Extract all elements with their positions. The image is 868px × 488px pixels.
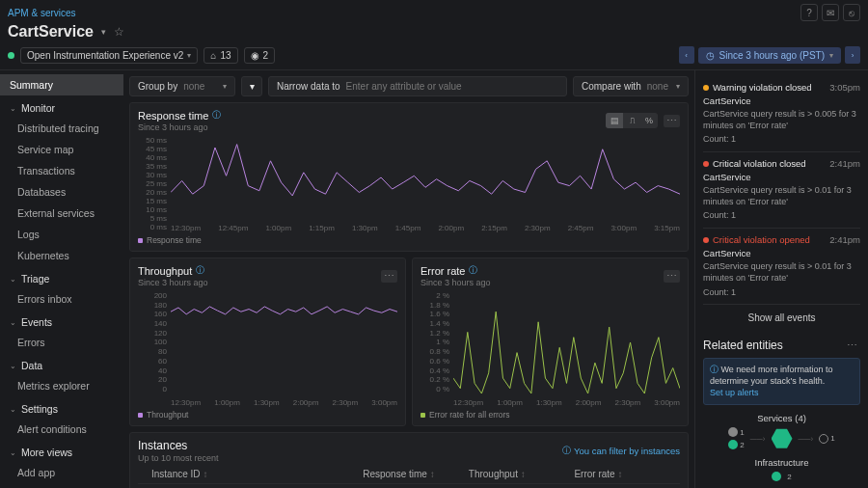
health-info-box: ⓘ We need more information to determine … — [703, 358, 860, 405]
tag-icon: ⌂ — [210, 50, 216, 61]
tags-pill[interactable]: ⌂13 — [203, 47, 237, 64]
workload-icon: ◉ — [251, 50, 259, 61]
event-item[interactable]: Critical violation closed2:41pmCartServi… — [703, 152, 860, 229]
filter-icon: ▾ — [250, 81, 255, 92]
sidebar-item-datalyzer[interactable]: Datalyzer — [0, 483, 123, 488]
info-icon[interactable]: ⓘ — [469, 264, 477, 277]
sidebar-header-data[interactable]: ⌄Data — [0, 353, 123, 375]
sidebar: Summary ⌄Monitor Distributed tracingServ… — [0, 70, 123, 488]
related-entities-title: Related entities ⋯ — [703, 331, 860, 358]
throughput-chart: Throughputⓘ Since 3 hours ago ⋯ 20018016… — [129, 258, 406, 426]
favorite-icon[interactable]: ☆ — [114, 25, 124, 39]
sidebar-item-databases[interactable]: Databases — [0, 181, 123, 203]
title-dropdown-icon[interactable]: ▾ — [101, 27, 106, 37]
bar-mode-icon: ⎍ — [623, 113, 640, 128]
sidebar-item-service-map[interactable]: Service map — [0, 139, 123, 160]
table-header: Instance ID ↕ Response time ↕ Throughput… — [138, 463, 680, 484]
sidebar-header-settings[interactable]: ⌄Settings — [0, 396, 123, 419]
info-icon[interactable]: ⓘ — [196, 264, 204, 277]
time-fwd-button[interactable]: › — [845, 46, 860, 64]
error-rate-chart: Error rateⓘ Since 3 hours ago ⋯ 2 %1.8 %… — [412, 258, 689, 426]
services-label: Services (4) — [703, 413, 860, 423]
help-icon[interactable]: ? — [800, 4, 818, 21]
hex-node-icon — [772, 428, 793, 449]
workloads-pill[interactable]: ◉2 — [244, 47, 276, 64]
info-icon: ⓘ — [710, 365, 719, 374]
setup-alerts-link[interactable]: Set up alerts — [710, 388, 759, 397]
share-icon[interactable]: ⎋ — [843, 4, 860, 21]
sidebar-item-logs[interactable]: Logs — [0, 224, 123, 245]
sidebar-item-external-services[interactable]: External services — [0, 203, 123, 224]
page-title: CartService — [8, 23, 94, 41]
related-more-icon[interactable]: ⋯ — [844, 339, 860, 352]
percent-mode-icon: % — [640, 113, 658, 128]
sidebar-header-moreviews[interactable]: ⌄More views — [0, 440, 123, 462]
status-dot — [8, 52, 14, 59]
response-time-chart: Response timeⓘ Since 3 hours ago ▤ ⎍ % ⋯… — [129, 102, 689, 252]
instances-card: Instances Up to 10 most recent ⓘYou can … — [129, 432, 689, 488]
compare-filter[interactable]: Compare with none ▾ — [573, 76, 689, 96]
filter-icon-box[interactable]: ▾ — [241, 76, 262, 96]
sidebar-item-errors-inbox[interactable]: Errors inbox — [0, 288, 123, 310]
service-map-mini[interactable]: 1 2 ──› ──› 1 — [703, 427, 860, 449]
time-back-button[interactable]: ‹ — [679, 46, 694, 64]
sidebar-item-errors[interactable]: Errors — [0, 332, 123, 353]
sidebar-item-add-app[interactable]: Add app — [0, 462, 123, 483]
sidebar-item-summary[interactable]: Summary — [0, 74, 123, 95]
show-all-events[interactable]: Show all events — [703, 305, 860, 331]
env-pill[interactable]: Open Instrumentation Experience v2▾ — [20, 47, 198, 64]
sidebar-header-monitor[interactable]: ⌄Monitor — [0, 95, 123, 118]
breadcrumb[interactable]: APM & services — [8, 8, 76, 18]
chart-mode-toggle[interactable]: ▤ ⎍ % — [606, 113, 658, 128]
sidebar-item-alert-conditions[interactable]: Alert conditions — [0, 419, 123, 440]
sidebar-item-metrics-explorer[interactable]: Metrics explorer — [0, 375, 123, 396]
chart-more-icon[interactable]: ⋯ — [664, 115, 680, 127]
event-item[interactable]: Critical violation opened2:41pmCartServi… — [703, 229, 860, 305]
chart-more-icon[interactable]: ⋯ — [664, 270, 680, 283]
time-range-picker[interactable]: ◷ Since 3 hours ago (PST)▾ — [698, 47, 842, 64]
sidebar-item-transactions[interactable]: Transactions — [0, 160, 123, 181]
info-icon[interactable]: ⓘ — [212, 109, 221, 122]
group-by-filter[interactable]: Group by none ▾ — [129, 76, 235, 96]
instances-filter-hint[interactable]: ⓘYou can filter by instances — [562, 445, 680, 457]
narrow-filter[interactable]: Narrow data to Enter any attribute or va… — [268, 76, 567, 96]
clock-icon: ◷ — [706, 50, 715, 61]
feedback-icon[interactable]: ✉ — [822, 4, 839, 21]
right-panel: Warning violation closed3:05pmCartServic… — [694, 70, 868, 488]
sidebar-item-distributed-tracing[interactable]: Distributed tracing — [0, 118, 123, 139]
event-item[interactable]: Warning violation closed3:05pmCartServic… — [703, 76, 860, 152]
table-row[interactable]: b93f5d5e-337f-4f78-be6e-01b005ad… 22 ms … — [138, 484, 680, 488]
area-mode-icon: ▤ — [606, 113, 623, 128]
sidebar-header-triage[interactable]: ⌄Triage — [0, 266, 123, 288]
chart-more-icon[interactable]: ⋯ — [381, 270, 397, 283]
infra-label: Infrastructure — [703, 457, 860, 468]
sidebar-item-kubernetes[interactable]: Kubernetes — [0, 245, 123, 266]
sidebar-header-events[interactable]: ⌄Events — [0, 310, 123, 332]
